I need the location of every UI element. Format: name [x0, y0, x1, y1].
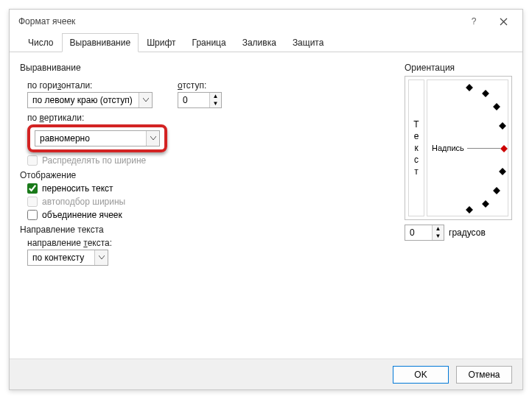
shrink-fit-input: [27, 197, 38, 207]
wrap-text-input[interactable]: [27, 183, 38, 194]
shrink-fit-checkbox: автоподбор ширины: [27, 197, 387, 207]
horizontal-select[interactable]: по левому краю (отступ): [27, 92, 153, 108]
chevron-down-icon: [94, 250, 108, 265]
tab-alignment[interactable]: Выравнивание: [62, 33, 139, 52]
spin-down-icon[interactable]: ▼: [433, 233, 444, 240]
indent-input[interactable]: [178, 93, 209, 107]
chevron-down-icon: [139, 93, 152, 107]
help-button[interactable]: ?: [459, 11, 489, 32]
tab-protection[interactable]: Защита: [284, 33, 332, 52]
orientation-dial-label: Надпись: [432, 144, 464, 152]
textdir-group-title: Направление текста: [20, 225, 387, 235]
wrap-text-checkbox[interactable]: переносить текст: [27, 183, 387, 194]
degrees-input[interactable]: [405, 225, 432, 240]
merge-cells-label: объединение ячеек: [42, 210, 122, 220]
dialog-title: Формат ячеек: [18, 16, 459, 27]
spin-down-icon[interactable]: ▼: [210, 100, 221, 107]
vertical-value: равномерно: [35, 133, 146, 144]
orientation-box: Т е к с т Надпись: [405, 76, 512, 220]
orientation-panel: Ориентация Т е к с т Надпись: [405, 58, 512, 267]
justify-distributed-input: [27, 155, 38, 166]
close-button[interactable]: [489, 11, 518, 32]
cancel-button[interactable]: Отмена: [456, 366, 512, 384]
chevron-down-icon: [146, 131, 159, 146]
vertical-select[interactable]: равномерно: [35, 130, 160, 146]
textdir-select[interactable]: по контексту: [27, 250, 108, 266]
tab-number[interactable]: Число: [20, 33, 62, 52]
orientation-indicator-line: [467, 148, 500, 149]
orientation-dial[interactable]: Надпись: [427, 80, 508, 216]
shrink-fit-label: автоподбор ширины: [42, 197, 125, 207]
justify-distributed-label: Распределять по ширине: [42, 155, 146, 166]
titlebar: Формат ячеек ?: [10, 10, 522, 33]
textdir-label: направление текста:: [27, 238, 387, 248]
main-panel: Выравнивание по горизонтали: по левому к…: [20, 58, 387, 267]
indent-label: отступ:: [178, 80, 222, 91]
format-cells-dialog: Формат ячеек ? Число Выравнивание Шрифт …: [9, 9, 523, 390]
degrees-spinner[interactable]: ▲ ▼: [405, 225, 444, 241]
vertical-highlight: равномерно: [27, 124, 167, 152]
merge-cells-input[interactable]: [27, 210, 38, 220]
horizontal-value: по левому краю (отступ): [28, 95, 139, 105]
tab-border[interactable]: Граница: [184, 33, 234, 52]
display-group-title: Отображение: [20, 170, 387, 180]
tab-fill[interactable]: Заливка: [234, 33, 284, 52]
tab-strip: Число Выравнивание Шрифт Граница Заливка…: [10, 33, 522, 52]
vertical-label: по вертикали:: [27, 113, 387, 123]
justify-distributed-checkbox: Распределять по ширине: [27, 155, 387, 166]
merge-cells-checkbox[interactable]: объединение ячеек: [27, 210, 387, 220]
spin-up-icon[interactable]: ▲: [210, 93, 221, 100]
textdir-value: по контексту: [28, 253, 94, 263]
alignment-group-title: Выравнивание: [20, 63, 387, 73]
indent-spinner[interactable]: ▲ ▼: [178, 92, 222, 108]
degrees-label: градусов: [449, 227, 486, 238]
ok-button[interactable]: OK: [393, 366, 449, 384]
orientation-group-title: Ориентация: [405, 63, 512, 73]
tab-font[interactable]: Шрифт: [139, 33, 183, 52]
dialog-footer: OK Отмена: [10, 359, 522, 389]
orientation-vertical-text-button[interactable]: Т е к с т: [408, 80, 424, 216]
wrap-text-label: переносить текст: [42, 183, 113, 194]
horizontal-label: по горизонтали:: [27, 80, 161, 91]
spin-up-icon[interactable]: ▲: [433, 225, 444, 233]
